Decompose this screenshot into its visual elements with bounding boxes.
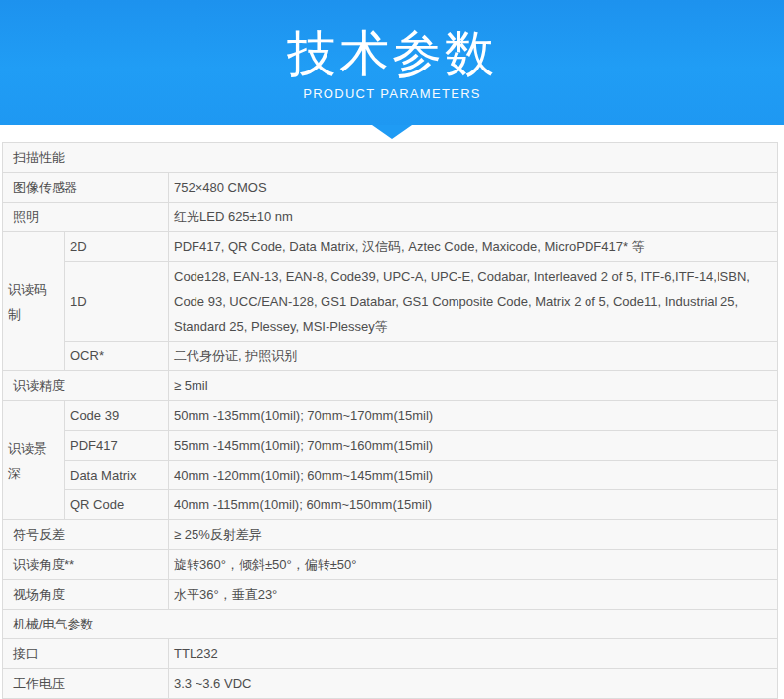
spec-value-cell: ≥ 5mil	[169, 371, 778, 401]
spec-label-cell: 符号反差	[3, 520, 169, 550]
spec-label-cell: 识读精度	[3, 371, 169, 401]
spec-sublabel-cell: Code 39	[65, 401, 169, 431]
spec-row-reading-angle: 识读角度** 旋转360°，倾斜±50°，偏转±50°	[3, 550, 778, 580]
spec-value-cell: 40mm -115mm(10mil); 60mm~150mm(15mil)	[169, 490, 778, 520]
section-row-scan-performance: 扫描性能	[3, 143, 778, 173]
spec-value-cell: 55mm -145mm(10mil); 70mm~160mm(15mil)	[169, 431, 778, 461]
spec-value-cell: PDF417, QR Code, Data Matrix, 汉信码, Aztec…	[169, 232, 778, 262]
spec-label-cell: 接口	[3, 639, 169, 669]
page-subtitle: PRODUCT PARAMETERS	[0, 87, 784, 101]
spec-group-label-cell: 识读景深	[3, 401, 65, 520]
spec-row-dof-datamatrix: Data Matrix 40mm -120mm(10mil); 60mm~145…	[3, 461, 778, 490]
spec-row-symbol-contrast: 符号反差 ≥ 25%反射差异	[3, 520, 778, 550]
spec-row-reading-precision: 识读精度 ≥ 5mil	[3, 371, 778, 401]
spec-label-cell: 照明	[3, 203, 169, 232]
spec-row-dof-code39: 识读景深 Code 39 50mm -135mm(10mil); 70mm~17…	[3, 401, 778, 431]
spec-sublabel-cell: Data Matrix	[65, 461, 169, 490]
spec-row-image-sensor: 图像传感器 752×480 CMOS	[3, 173, 778, 203]
spec-row-interface: 接口 TTL232	[3, 639, 778, 669]
spec-group-label-cell: 识读码制	[3, 232, 65, 371]
spec-sublabel-cell: QR Code	[65, 490, 169, 520]
spec-value-cell: 40mm -120mm(10mil); 60mm~145mm(15mil)	[169, 461, 778, 490]
spec-sublabel-cell: 2D	[65, 232, 169, 262]
spec-label-cell: 图像传感器	[3, 173, 169, 203]
spec-sublabel-cell: OCR*	[65, 342, 169, 371]
spec-value-cell: Code128, EAN-13, EAN-8, Code39, UPC-A, U…	[169, 262, 778, 342]
spec-value-cell: 3.3 ~3.6 VDC	[169, 669, 778, 699]
spec-row-symbologies-ocr: OCR* 二代身份证, 护照识别	[3, 342, 778, 371]
spec-label-cell: 视场角度	[3, 580, 169, 610]
spec-label-cell: 识读角度**	[3, 550, 169, 580]
spec-row-field-of-view: 视场角度 水平36°，垂直23°	[3, 580, 778, 610]
page-header-banner: 技术参数 PRODUCT PARAMETERS	[0, 0, 784, 125]
spec-value-cell: 水平36°，垂直23°	[169, 580, 778, 610]
spec-row-illumination: 照明 红光LED 625±10 nm	[3, 203, 778, 232]
page-title: 技术参数	[0, 0, 784, 81]
spec-row-symbologies-2d: 识读码制 2D PDF417, QR Code, Data Matrix, 汉信…	[3, 232, 778, 262]
spec-sublabel-cell: 1D	[65, 262, 169, 342]
spec-label-cell: 工作电压	[3, 669, 169, 699]
spec-row-working-voltage: 工作电压 3.3 ~3.6 VDC	[3, 669, 778, 699]
spec-value-cell: 红光LED 625±10 nm	[169, 203, 778, 232]
section-row-mech-electrical: 机械/电气参数	[3, 610, 778, 639]
section-header-cell: 机械/电气参数	[3, 610, 778, 639]
spec-value-cell: 50mm -135mm(10mil); 70mm~170mm(15mil)	[169, 401, 778, 431]
spec-row-dof-pdf417: PDF417 55mm -145mm(10mil); 70mm~160mm(15…	[3, 431, 778, 461]
spec-value-cell: 二代身份证, 护照识别	[169, 342, 778, 371]
spec-value-cell: 旋转360°，倾斜±50°，偏转±50°	[169, 550, 778, 580]
spec-row-dof-qrcode: QR Code 40mm -115mm(10mil); 60mm~150mm(1…	[3, 490, 778, 520]
banner-pointer-arrow	[372, 125, 412, 139]
spec-sublabel-cell: PDF417	[65, 431, 169, 461]
section-header-cell: 扫描性能	[3, 143, 778, 173]
spec-value-cell: TTL232	[169, 639, 778, 669]
spec-value-cell: 752×480 CMOS	[169, 173, 778, 203]
spec-value-cell: ≥ 25%反射差异	[169, 520, 778, 550]
spec-table: 扫描性能 图像传感器 752×480 CMOS 照明 红光LED 625±10 …	[2, 142, 778, 699]
spec-row-symbologies-1d: 1D Code128, EAN-13, EAN-8, Code39, UPC-A…	[3, 262, 778, 342]
